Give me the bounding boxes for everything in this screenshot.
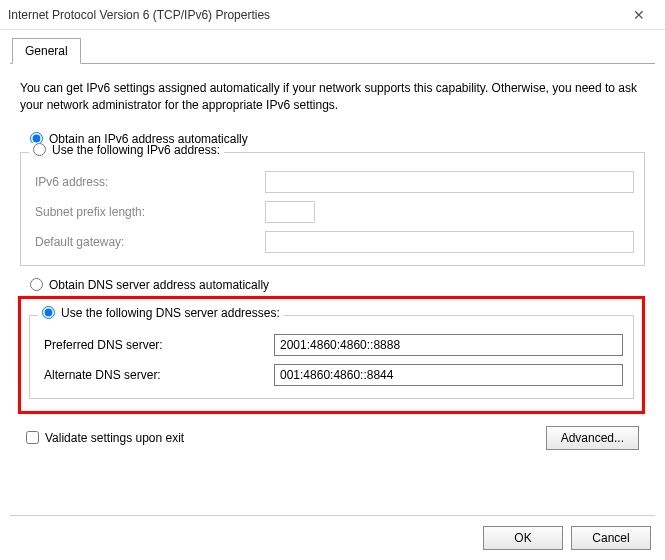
dialog-footer: OK Cancel bbox=[0, 516, 665, 560]
advanced-button[interactable]: Advanced... bbox=[546, 426, 639, 450]
tab-strip: General bbox=[10, 38, 655, 64]
dns-alternate-input[interactable] bbox=[274, 364, 623, 386]
dns-manual-radio[interactable] bbox=[42, 306, 55, 319]
ip-prefix-input[interactable] bbox=[265, 201, 315, 223]
ip-manual-group: Use the following IPv6 address: IPv6 add… bbox=[20, 152, 645, 266]
dialog-content: General You can get IPv6 settings assign… bbox=[0, 30, 665, 460]
dns-auto-radio[interactable] bbox=[30, 278, 43, 291]
ip-prefix-label: Subnet prefix length: bbox=[35, 205, 265, 219]
ok-button[interactable]: OK bbox=[483, 526, 563, 550]
ip-addr-label: IPv6 address: bbox=[35, 175, 265, 189]
close-icon[interactable]: ✕ bbox=[621, 7, 657, 23]
tab-general[interactable]: General bbox=[12, 38, 81, 64]
dns-manual-label: Use the following DNS server addresses: bbox=[61, 306, 280, 320]
dns-auto-label: Obtain DNS server address automatically bbox=[49, 278, 269, 292]
titlebar: Internet Protocol Version 6 (TCP/IPv6) P… bbox=[0, 0, 665, 30]
dns-alternate-row: Alternate DNS server: bbox=[44, 364, 623, 386]
dns-preferred-input[interactable] bbox=[274, 334, 623, 356]
ip-gateway-input[interactable] bbox=[265, 231, 634, 253]
ip-manual-label: Use the following IPv6 address: bbox=[52, 143, 220, 157]
dns-manual-group: Use the following DNS server addresses: … bbox=[29, 315, 634, 399]
dns-manual-row[interactable]: Use the following DNS server addresses: bbox=[38, 306, 284, 320]
ip-addr-input[interactable] bbox=[265, 171, 634, 193]
dns-preferred-label: Preferred DNS server: bbox=[44, 338, 274, 352]
validate-label: Validate settings upon exit bbox=[45, 431, 184, 445]
dns-preferred-row: Preferred DNS server: bbox=[44, 334, 623, 356]
highlight-annotation: Use the following DNS server addresses: … bbox=[18, 296, 645, 414]
validate-checkbox[interactable] bbox=[26, 431, 39, 444]
ip-gateway-row: Default gateway: bbox=[35, 231, 634, 253]
dns-alternate-label: Alternate DNS server: bbox=[44, 368, 274, 382]
ip-manual-radio[interactable] bbox=[33, 143, 46, 156]
window-title: Internet Protocol Version 6 (TCP/IPv6) P… bbox=[8, 8, 621, 22]
ip-addr-row: IPv6 address: bbox=[35, 171, 634, 193]
ip-gateway-label: Default gateway: bbox=[35, 235, 265, 249]
ip-prefix-row: Subnet prefix length: bbox=[35, 201, 634, 223]
ip-manual-row[interactable]: Use the following IPv6 address: bbox=[29, 143, 224, 157]
cancel-button[interactable]: Cancel bbox=[571, 526, 651, 550]
dns-auto-row[interactable]: Obtain DNS server address automatically bbox=[30, 278, 645, 292]
bottom-row: Validate settings upon exit Advanced... bbox=[20, 426, 645, 450]
description-text: You can get IPv6 settings assigned autom… bbox=[20, 80, 645, 114]
tab-body: You can get IPv6 settings assigned autom… bbox=[10, 64, 655, 460]
